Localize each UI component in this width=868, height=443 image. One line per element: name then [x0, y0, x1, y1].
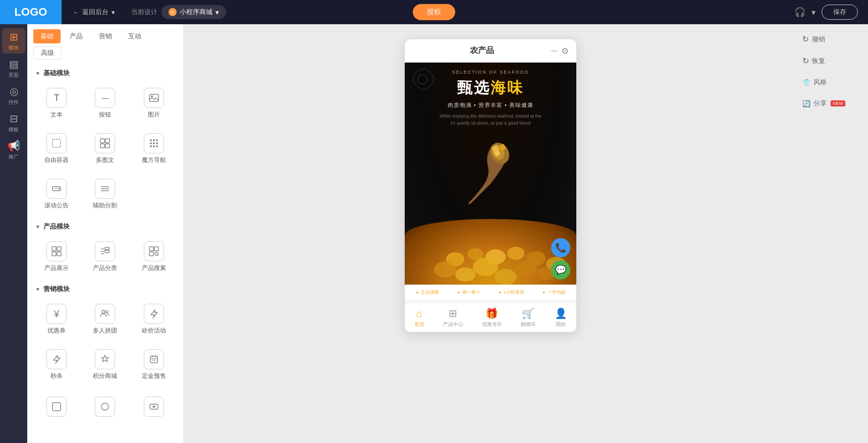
page-icon: ▤ — [9, 58, 19, 70]
module-flash-sale[interactable]: 秒杀 — [33, 343, 80, 386]
flash-sale-icon — [46, 349, 67, 369]
banner-en-subtitle: SELECTION OF SEAFOOD — [412, 70, 569, 75]
nav-offers[interactable]: 🎁 优惠专区 — [482, 307, 502, 328]
product-search-label: 产品搜索 — [142, 264, 166, 272]
svg-rect-6 — [105, 144, 110, 148]
multi-image-label: 多图文 — [96, 156, 114, 164]
redo-label: 恢复 — [812, 57, 825, 66]
module-magic-nav[interactable]: 魔方导航 — [131, 127, 177, 171]
module-extra1[interactable] — [33, 391, 80, 425]
sidebar-item-page[interactable]: ▤ 页面 — [2, 56, 25, 81]
nav-my[interactable]: 👤 我的 — [555, 307, 567, 328]
module-extra2[interactable] — [82, 391, 128, 425]
scroll-notice-icon — [46, 179, 67, 199]
target-icon[interactable]: ⊙ — [562, 46, 568, 56]
share-icon: 🔄 — [802, 100, 810, 107]
module-extra3[interactable] — [131, 391, 177, 425]
auth-button[interactable]: 授权 — [413, 4, 455, 20]
mini-program-label: 小程序商城 — [180, 8, 212, 17]
presale-icon — [144, 349, 164, 369]
template-icon: ⊟ — [10, 113, 18, 125]
right-panel: ↺ 撤销 ↻ 恢复 👕 风格 🔄 分享 NEW — [797, 24, 868, 443]
aux-divider-label: 辅助分割 — [93, 201, 117, 210]
magic-nav-icon — [144, 133, 164, 153]
headset-icon[interactable]: 🎧 — [794, 7, 805, 18]
module-points-mall[interactable]: 积分商城 — [82, 343, 128, 386]
product-search-icon — [144, 241, 164, 261]
tab-basic[interactable]: 基础 — [33, 29, 61, 43]
text-label: 文本 — [50, 110, 63, 119]
nav-cart[interactable]: 🛒 购物车 — [521, 307, 536, 328]
scroll-notice-label: 滚动公告 — [44, 201, 69, 210]
extra-module-grid — [27, 391, 183, 425]
module-product-category[interactable]: 产品分类 — [82, 235, 128, 279]
guarantee-item-4: ✦ 一件包邮 — [542, 289, 566, 296]
redo-action[interactable]: ↻ 恢复 — [802, 56, 825, 66]
svg-rect-36 — [150, 356, 157, 363]
topbar-right: 🎧 ▾ 保存 — [794, 5, 868, 20]
module-aux-divider[interactable]: 辅助分割 — [82, 173, 128, 216]
float-wechat-btn[interactable]: 💬 — [551, 260, 570, 280]
sidebar-item-promote[interactable]: 📢 推广 — [2, 137, 25, 162]
section-marketing: ▼ 营销模块 — [27, 279, 183, 298]
guarantee-icon-4: ✦ — [542, 290, 546, 295]
svg-point-34 — [102, 310, 105, 313]
sidebar-item-template[interactable]: ⊟ 模板 — [2, 110, 25, 135]
banner-cn-part1: 甄选 — [457, 79, 491, 96]
tab-product[interactable]: 产品 — [63, 29, 90, 43]
float-buttons: 📞 💬 — [551, 238, 570, 280]
module-presale[interactable]: 定金预售 — [131, 343, 177, 386]
svg-marker-44 — [153, 405, 156, 408]
module-flash-price[interactable]: 砍价活动 — [131, 298, 177, 341]
module-group-buy[interactable]: 多人拼团 — [82, 298, 128, 341]
button-icon: — — [95, 88, 115, 108]
module-multi-image[interactable]: 多图文 — [82, 127, 128, 171]
image-icon — [144, 88, 164, 108]
banner-area: SELECTION OF SEAFOOD 甄选海味 肉质饱满 • 营养丰富 • … — [405, 63, 576, 285]
nav-offers-label: 优惠专区 — [482, 321, 502, 328]
banner-cn-desc: 肉质饱满 • 营养丰富 • 美味健康 — [412, 101, 569, 109]
tab-bar: 基础 产品 营销 互动 高级 — [27, 24, 183, 63]
guarantee-text-2: 假一赔十 — [462, 289, 480, 296]
logo: LOGO — [0, 0, 62, 24]
tab-marketing[interactable]: 营销 — [92, 29, 119, 43]
style-action[interactable]: 👕 风格 — [802, 78, 827, 87]
section-product: ▼ 产品模块 — [27, 216, 183, 235]
mini-program-button[interactable]: ∞ 小程序商城 ▾ — [161, 5, 226, 19]
module-text[interactable]: T 文本 — [33, 82, 80, 125]
nav-products[interactable]: ⊞ 产品中心 — [443, 307, 463, 328]
svg-rect-41 — [52, 403, 61, 411]
guarantee-icon-3: ✦ — [498, 290, 502, 295]
flash-sale-label: 秒杀 — [50, 372, 63, 380]
svg-point-35 — [106, 311, 108, 313]
image-label: 图片 — [148, 110, 160, 119]
svg-rect-22 — [52, 252, 56, 256]
module-image[interactable]: 图片 — [131, 82, 177, 125]
undo-icon: ↺ — [802, 34, 809, 44]
module-button[interactable]: — 按钮 — [82, 82, 128, 125]
module-product-display[interactable]: 产品展示 — [33, 235, 80, 279]
section-arrow-basic: ▼ — [35, 71, 40, 76]
module-free-container[interactable]: 自由容器 — [33, 127, 80, 171]
bottom-nav: ⌂ 首页 ⊞ 产品中心 🎁 优惠专区 🛒 购物车 👤 我的 — [405, 303, 576, 332]
presale-label: 定金预售 — [142, 372, 166, 380]
svg-point-57 — [515, 260, 537, 276]
sidebar-item-module[interactable]: ⊞ 模块 — [2, 28, 25, 53]
undo-action[interactable]: ↺ 撤销 — [802, 34, 825, 44]
save-button[interactable]: 保存 — [822, 5, 858, 20]
product-display-icon — [46, 241, 67, 261]
more-icon[interactable]: ··· — [551, 46, 558, 56]
tab-advanced[interactable]: 高级 — [33, 46, 62, 60]
sidebar-item-control[interactable]: ◎ 控件 — [2, 83, 25, 108]
module-scroll-notice[interactable]: 滚动公告 — [33, 173, 80, 216]
float-phone-btn[interactable]: 📞 — [551, 238, 570, 257]
back-icon: ← — [73, 9, 79, 16]
nav-home[interactable]: ⌂ 首页 — [414, 308, 424, 328]
module-product-search[interactable]: 产品搜索 — [131, 235, 177, 279]
share-action[interactable]: 🔄 分享 NEW — [802, 99, 845, 108]
tab-interactive[interactable]: 互动 — [121, 29, 148, 43]
back-button[interactable]: ← 返回后台 ▾ — [66, 5, 122, 20]
control-icon: ◎ — [10, 85, 18, 97]
svg-rect-29 — [149, 247, 153, 251]
module-coupon[interactable]: ¥ 优惠券 — [33, 298, 80, 341]
